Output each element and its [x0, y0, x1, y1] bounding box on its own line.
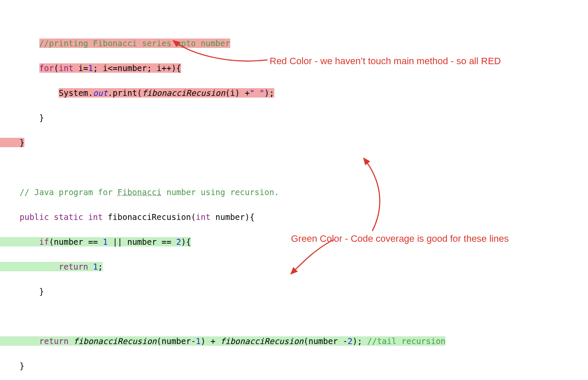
code-editor: //printing Fibonacci series upto number …	[0, 0, 588, 380]
code-line: return fibonacciRecusion(number-1) + fib…	[0, 335, 588, 347]
code-line	[0, 310, 588, 323]
annotation-red: Red Color - we haven’t touch main method…	[270, 55, 501, 67]
code-line: }	[0, 137, 588, 149]
code-line: //printing Fibonacci series upto number	[0, 37, 588, 50]
code-line: }	[0, 360, 588, 372]
code-line: return 1;	[0, 261, 588, 273]
code-line: }	[0, 112, 588, 124]
code-line: // Java program for Fibonacci number usi…	[0, 186, 588, 199]
code-line: public static int fibonacciRecusion(int …	[0, 211, 588, 223]
code-text: //printing Fibonacci series upto number	[39, 39, 230, 48]
code-line: }	[0, 285, 588, 298]
code-line	[0, 161, 588, 174]
annotation-green: Green Color - Code coverage is good for …	[291, 232, 509, 245]
code-line: System.out.print(fibonacciRecusion(i) +"…	[0, 87, 588, 99]
